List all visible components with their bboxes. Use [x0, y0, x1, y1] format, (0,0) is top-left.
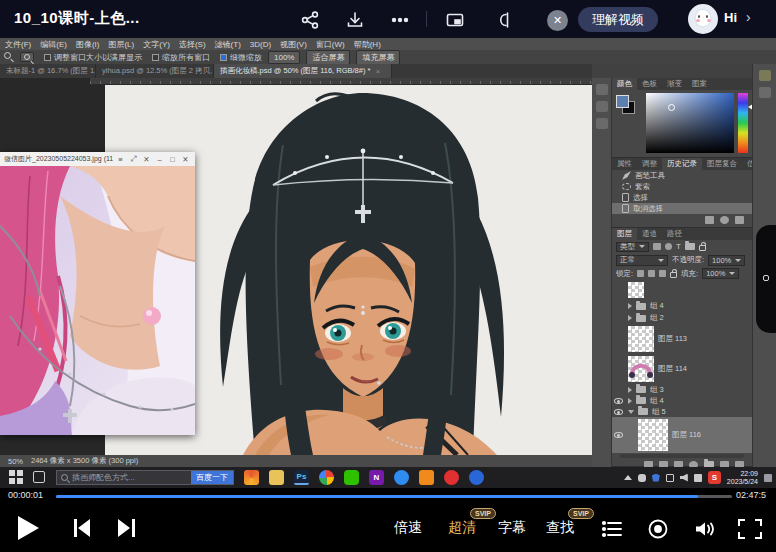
filter-group-layers-icon[interactable] [685, 243, 695, 250]
expand-arrow-icon[interactable] [628, 387, 632, 393]
new-doc-from-state-icon[interactable] [705, 216, 714, 224]
start-button[interactable] [9, 470, 24, 485]
group-row[interactable]: 组 3 [612, 384, 752, 395]
speed-button[interactable]: 倍速 [394, 519, 422, 537]
tab-gradients[interactable]: 渐变 [662, 78, 687, 90]
menu-view[interactable]: 视图(V) [280, 39, 307, 50]
libraries-panel-icon[interactable] [759, 87, 771, 98]
info-panel-icon[interactable] [596, 118, 608, 129]
quality-button[interactable]: 超清 [448, 519, 476, 537]
visibility-eye-icon[interactable] [614, 432, 623, 438]
task-view-button[interactable] [33, 470, 48, 485]
group-row[interactable]: 组 4 [612, 395, 752, 406]
fullscreen-icon[interactable] [738, 517, 762, 541]
loop-mode-icon[interactable] [646, 517, 670, 541]
find-button[interactable]: 查找 [546, 519, 574, 537]
tray-expand-icon[interactable] [624, 475, 632, 480]
window-maximize-icon[interactable]: □ [167, 155, 178, 164]
tab-layers[interactable]: 图层 [612, 228, 637, 240]
firefox-icon[interactable] [244, 470, 259, 485]
menu-type[interactable]: 文字(Y) [143, 39, 170, 50]
chevron-right-icon[interactable]: › [746, 9, 751, 25]
speaker-tray-icon[interactable] [680, 474, 688, 482]
resize-windows-checkbox[interactable] [44, 54, 51, 61]
color-cursor[interactable] [668, 104, 675, 111]
menu-layer[interactable]: 图层(L) [108, 39, 134, 50]
group-row[interactable]: 组 4 [612, 300, 752, 312]
next-button[interactable] [116, 518, 140, 538]
sogou-input-icon[interactable]: S [708, 471, 721, 484]
filter-locked-layers-icon[interactable] [699, 245, 706, 251]
understand-video-button[interactable]: 理解视频 [578, 7, 658, 32]
share-icon[interactable] [300, 10, 320, 30]
opacity-dropdown[interactable]: 100% [708, 255, 745, 266]
playlist-icon[interactable] [600, 517, 624, 541]
expand-arrow-icon[interactable] [628, 410, 634, 414]
tab-adjustments[interactable]: 调整 [637, 158, 662, 170]
layer-row[interactable]: 图层 114 [612, 354, 752, 384]
more-icon[interactable] [390, 10, 410, 30]
filter-adjustment-layers-icon[interactable] [665, 243, 672, 250]
doc-tab-2[interactable]: yihua.psd @ 12.5% (图层 2 拷贝, RGB/8#) × [96, 64, 214, 78]
tab-color[interactable]: 颜色 [612, 78, 637, 90]
menu-filter[interactable]: 滤镜(T) [215, 39, 241, 50]
menu-file[interactable]: 文件(F) [5, 39, 31, 50]
window-menu-icon[interactable]: ≡ [115, 155, 126, 164]
tab-paths[interactable]: 路径 [662, 228, 687, 240]
layers-hscrollbar[interactable] [620, 454, 744, 458]
fit-screen-button[interactable]: 适合屏幕 [306, 50, 350, 65]
navigator-panel-icon[interactable] [596, 84, 608, 95]
red-app-icon[interactable] [444, 470, 459, 485]
layer-row[interactable]: 图层 113 [612, 324, 752, 354]
window-minimize-icon[interactable]: – [154, 155, 165, 164]
tab-patterns[interactable]: 图案 [687, 78, 712, 90]
usb-tray-icon[interactable] [694, 474, 702, 482]
photoshop-taskbar-icon[interactable]: Ps [294, 470, 309, 485]
reference-window-titlebar[interactable]: 微信图片_20230505224053.jpg (1138×1518... ≡ … [0, 152, 195, 166]
window-zoom-icon[interactable]: ⤢ [128, 154, 139, 164]
shield-tray-icon[interactable] [652, 474, 660, 482]
group-row[interactable]: 组 2 [612, 312, 752, 324]
tab-history[interactable]: 历史记录 [662, 158, 702, 170]
mirror-screen-icon[interactable] [493, 10, 513, 30]
previous-button[interactable] [72, 518, 96, 538]
menu-window[interactable]: 窗口(W) [316, 39, 345, 50]
hue-slider[interactable] [738, 93, 748, 153]
tab-properties[interactable]: 属性 [612, 158, 637, 170]
zoom-100-button[interactable]: 100% [268, 51, 300, 64]
blue-app-icon[interactable] [469, 470, 484, 485]
filter-pixel-layers-icon[interactable] [653, 243, 661, 250]
hi-label[interactable]: Hi [724, 10, 737, 25]
layer-row-selected[interactable]: 图层 116 [612, 417, 752, 453]
netdisk-cloud-icon[interactable] [394, 470, 409, 485]
close-overlay-button[interactable]: ✕ [547, 10, 568, 31]
notification-center-icon[interactable] [764, 474, 772, 482]
group-row[interactable]: 组 5 [612, 406, 752, 417]
filter-type-layers-icon[interactable]: T [676, 242, 681, 251]
menu-help[interactable]: 帮助(H) [354, 39, 381, 50]
zoom-tool-icon[interactable] [4, 52, 14, 62]
chrome-icon[interactable] [319, 470, 334, 485]
baidu-search-button[interactable]: 百度一下 [191, 471, 233, 484]
foreground-color-swatch[interactable] [616, 95, 629, 108]
window-pin-close-icon[interactable]: ✕ [141, 155, 152, 164]
layer-thumbnail[interactable] [628, 326, 654, 352]
tab-channels[interactable]: 通道 [637, 228, 662, 240]
fill-dropdown[interactable]: 100% [702, 268, 739, 279]
layer-thumbnail[interactable] [638, 419, 668, 451]
menu-3d[interactable]: 3D(D) [250, 40, 271, 49]
download-icon[interactable] [345, 10, 365, 30]
delete-state-icon[interactable] [735, 216, 744, 224]
lock-pixels-icon[interactable] [648, 270, 655, 277]
lock-position-icon[interactable] [659, 270, 666, 277]
progress-track[interactable] [56, 495, 732, 498]
history-item-selected[interactable]: 取消选择 [612, 203, 752, 214]
doc-tab-3-active[interactable]: 插画化妆稿.psd @ 50% (图层 116, RGB/8#) * × [214, 64, 392, 78]
fill-screen-button[interactable]: 填充屏幕 [356, 50, 400, 65]
zoom-all-checkbox[interactable] [152, 54, 159, 61]
folder-icon[interactable] [269, 470, 284, 485]
visibility-eye-icon[interactable] [614, 409, 623, 415]
volume-icon[interactable] [692, 517, 716, 541]
learn-panel-icon[interactable] [759, 70, 771, 81]
layer-thumbnail-art[interactable] [628, 356, 654, 382]
